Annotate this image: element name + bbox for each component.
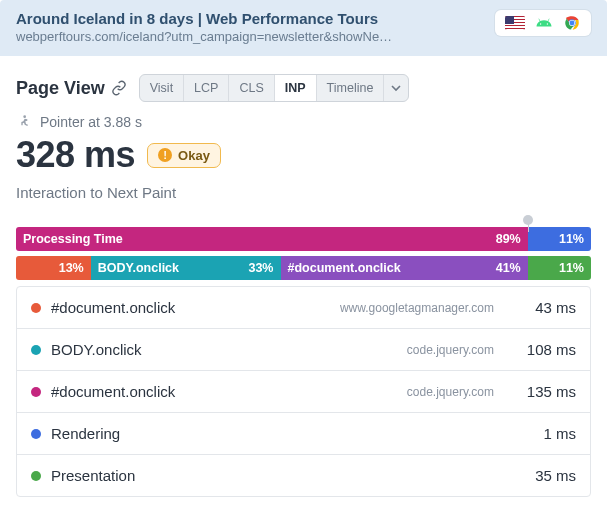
row-name: Presentation	[51, 467, 135, 484]
row-name: #document.onclick	[51, 383, 175, 400]
bar-segment[interactable]: 11%	[528, 256, 591, 280]
header-left: Around Iceland in 8 days | Web Performan…	[16, 10, 483, 44]
subheader: Page View VisitLCPCLSINPTimeline	[0, 56, 607, 108]
color-dot	[31, 387, 41, 397]
row-source: www.googletagmanager.com	[340, 301, 494, 315]
row-name: BODY.onclick	[51, 341, 142, 358]
tab-cls[interactable]: CLS	[229, 75, 274, 101]
row-duration: 1 ms	[504, 425, 576, 442]
bar-segment[interactable]: #document.onclick41%	[281, 256, 528, 280]
tab-dropdown[interactable]	[384, 75, 408, 101]
chevron-down-icon	[391, 83, 401, 93]
bar-handlers[interactable]: 13%BODY.onclick33%#document.onclick41%11…	[16, 256, 591, 280]
table-row[interactable]: Rendering1 ms	[17, 413, 590, 455]
pointer-label: Pointer at 3.88 s	[40, 114, 142, 130]
tab-lcp[interactable]: LCP	[184, 75, 229, 101]
status-badge: ! Okay	[147, 143, 221, 168]
bar-segment[interactable]: 11%	[528, 227, 591, 251]
row-source: code.jquery.com	[407, 385, 494, 399]
row-duration: 135 ms	[504, 383, 576, 400]
content: Pointer at 3.88 s 328 ms ! Okay Interact…	[0, 108, 607, 513]
table-row[interactable]: #document.onclickcode.jquery.com135 ms	[17, 371, 590, 413]
page-url[interactable]: webperftours.com/iceland?utm_campaign=ne…	[16, 29, 483, 44]
color-dot	[31, 471, 41, 481]
svg-point-3	[23, 115, 26, 118]
page-title[interactable]: Around Iceland in 8 days | Web Performan…	[16, 10, 483, 27]
bar-segment[interactable]: BODY.onclick33%	[91, 256, 281, 280]
color-dot	[31, 303, 41, 313]
bar-segment[interactable]: Processing Time89%	[16, 227, 528, 251]
section-title[interactable]: Page View	[16, 78, 127, 99]
time-marker[interactable]	[523, 215, 533, 225]
metric-value: 328 ms	[16, 134, 135, 176]
svg-point-2	[570, 21, 575, 26]
table-row[interactable]: BODY.onclickcode.jquery.com108 ms	[17, 329, 590, 371]
row-name: #document.onclick	[51, 299, 175, 316]
warning-icon: !	[158, 148, 172, 162]
chrome-icon	[563, 14, 581, 32]
row-duration: 35 ms	[504, 467, 576, 484]
link-icon	[111, 80, 127, 96]
breakdown-table: #document.onclickwww.googletagmanager.co…	[16, 286, 591, 497]
row-duration: 108 ms	[504, 341, 576, 358]
page-header: Around Iceland in 8 days | Web Performan…	[0, 0, 607, 56]
color-dot	[31, 429, 41, 439]
tab-timeline[interactable]: Timeline	[317, 75, 385, 101]
row-name: Rendering	[51, 425, 120, 442]
row-duration: 43 ms	[504, 299, 576, 316]
tab-group: VisitLCPCLSINPTimeline	[139, 74, 410, 102]
table-row[interactable]: Presentation35 ms	[17, 455, 590, 496]
tab-visit[interactable]: Visit	[140, 75, 184, 101]
bar-processing[interactable]: Processing Time89%11%	[16, 227, 591, 251]
breakdown-bars: Processing Time89%11% 13%BODY.onclick33%…	[16, 227, 591, 280]
tab-inp[interactable]: INP	[275, 75, 317, 101]
row-source: code.jquery.com	[407, 343, 494, 357]
metric-value-row: 328 ms ! Okay	[16, 134, 591, 176]
bar-segment[interactable]: 13%	[16, 256, 91, 280]
color-dot	[31, 345, 41, 355]
status-text: Okay	[178, 148, 210, 163]
android-icon	[535, 14, 553, 32]
metric-name: Interaction to Next Paint	[16, 184, 591, 201]
pointer-icon	[16, 114, 32, 130]
table-row[interactable]: #document.onclickwww.googletagmanager.co…	[17, 287, 590, 329]
section-title-text: Page View	[16, 78, 105, 99]
us-flag-icon	[505, 16, 525, 30]
env-badges	[495, 10, 591, 36]
pointer-row: Pointer at 3.88 s	[16, 114, 591, 130]
